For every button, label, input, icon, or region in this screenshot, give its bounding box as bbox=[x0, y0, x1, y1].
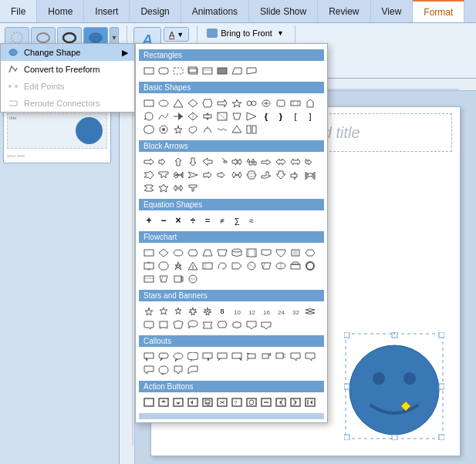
ba-26[interactable] bbox=[157, 182, 170, 194]
co-1[interactable] bbox=[142, 351, 156, 363]
star-1[interactable] bbox=[142, 305, 156, 318]
ba-4[interactable] bbox=[186, 156, 200, 168]
tab-review[interactable]: Review bbox=[318, 0, 370, 22]
tab-design[interactable]: Design bbox=[130, 0, 181, 22]
co-16[interactable] bbox=[186, 364, 200, 376]
bs-28[interactable] bbox=[186, 123, 200, 136]
eq-1[interactable]: + bbox=[142, 214, 156, 227]
star-2[interactable] bbox=[157, 305, 170, 318]
rect-2[interactable] bbox=[157, 65, 170, 77]
bs-14[interactable] bbox=[157, 110, 170, 123]
rect-6[interactable] bbox=[215, 65, 229, 77]
fc-17[interactable] bbox=[201, 260, 214, 272]
bs-12[interactable] bbox=[303, 97, 317, 109]
banner-10[interactable] bbox=[259, 318, 273, 331]
ab-4[interactable] bbox=[186, 396, 200, 409]
bs-10[interactable] bbox=[274, 97, 288, 109]
fc-1[interactable] bbox=[142, 247, 156, 259]
fc-5[interactable] bbox=[201, 247, 214, 259]
co-12[interactable] bbox=[303, 351, 317, 363]
co-8[interactable] bbox=[245, 351, 258, 363]
bs-13[interactable] bbox=[142, 110, 156, 123]
bs-18[interactable] bbox=[215, 110, 229, 123]
ab-12[interactable] bbox=[303, 396, 317, 409]
ab-3[interactable] bbox=[171, 396, 185, 409]
tab-home[interactable]: Home bbox=[37, 0, 84, 22]
bs-5[interactable] bbox=[201, 97, 214, 109]
fc-3[interactable] bbox=[171, 247, 185, 259]
bs-7[interactable] bbox=[230, 97, 244, 109]
bs-8[interactable] bbox=[245, 97, 258, 109]
banner-7[interactable] bbox=[215, 318, 229, 331]
ba-8[interactable] bbox=[245, 156, 258, 168]
co-15[interactable] bbox=[171, 364, 185, 376]
ab-5[interactable] bbox=[201, 396, 214, 409]
star-11[interactable]: 32 bbox=[289, 305, 302, 318]
banner-4[interactable] bbox=[171, 318, 185, 331]
bs-20[interactable] bbox=[245, 110, 258, 123]
bs-25[interactable] bbox=[142, 123, 156, 136]
ba-19[interactable] bbox=[230, 169, 244, 181]
star-7[interactable]: 10 bbox=[230, 305, 244, 318]
ba-12[interactable] bbox=[303, 156, 317, 168]
fc-28[interactable] bbox=[186, 273, 200, 285]
fc-10[interactable] bbox=[274, 247, 288, 259]
bs-16[interactable] bbox=[186, 110, 200, 123]
ab-10[interactable] bbox=[274, 396, 288, 409]
bs-4[interactable] bbox=[186, 97, 200, 109]
eq-4[interactable]: ÷ bbox=[186, 214, 200, 227]
co-14[interactable] bbox=[157, 364, 170, 376]
co-3[interactable] bbox=[171, 351, 185, 363]
bs-9[interactable] bbox=[259, 97, 273, 109]
ab-8[interactable] bbox=[245, 396, 258, 409]
co-9[interactable] bbox=[259, 351, 273, 363]
eq-6[interactable]: ≠ bbox=[215, 214, 229, 227]
fc-22[interactable] bbox=[274, 260, 288, 272]
fc-16[interactable] bbox=[186, 260, 200, 272]
star-6[interactable]: 8 bbox=[215, 305, 229, 318]
banner-5[interactable] bbox=[186, 318, 200, 331]
fc-11[interactable] bbox=[289, 247, 302, 259]
co-13[interactable] bbox=[142, 364, 156, 376]
rect-4[interactable] bbox=[186, 65, 200, 77]
ba-20[interactable] bbox=[245, 169, 258, 181]
bs-11[interactable] bbox=[289, 97, 302, 109]
rect-3[interactable] bbox=[171, 65, 185, 77]
ba-2[interactable] bbox=[157, 156, 170, 168]
fc-13[interactable] bbox=[142, 260, 156, 272]
star-9[interactable]: 16 bbox=[259, 305, 273, 318]
context-change-shape[interactable]: Change Shape ▶ bbox=[1, 44, 134, 61]
banner-9[interactable] bbox=[245, 318, 258, 331]
star-3[interactable] bbox=[171, 305, 185, 318]
fc-25[interactable] bbox=[142, 273, 156, 285]
co-11[interactable] bbox=[289, 351, 302, 363]
ba-25[interactable] bbox=[142, 182, 156, 194]
fc-19[interactable] bbox=[230, 260, 244, 272]
ba-15[interactable] bbox=[171, 169, 185, 181]
bs-30[interactable] bbox=[215, 123, 229, 136]
eq-8[interactable]: ≈ bbox=[245, 214, 258, 227]
bs-27[interactable] bbox=[171, 123, 185, 136]
slide-shape-ellipse[interactable] bbox=[344, 332, 444, 440]
ba-14[interactable] bbox=[157, 169, 170, 181]
bs-22[interactable]: } bbox=[274, 110, 288, 123]
banner-1[interactable] bbox=[303, 305, 317, 318]
ba-7[interactable] bbox=[230, 156, 244, 168]
ba-6[interactable] bbox=[215, 156, 229, 168]
ba-28[interactable] bbox=[186, 182, 200, 194]
ba-5[interactable] bbox=[201, 156, 214, 168]
rect-8[interactable] bbox=[245, 65, 258, 77]
tab-view[interactable]: View bbox=[371, 0, 414, 22]
bs-17[interactable] bbox=[201, 110, 214, 123]
banner-8[interactable] bbox=[230, 318, 244, 331]
bring-to-front-btn[interactable]: Bring to Front ▼ bbox=[202, 25, 289, 40]
co-5[interactable] bbox=[201, 351, 214, 363]
ba-22[interactable] bbox=[274, 169, 288, 181]
text-fill-btn[interactable]: A ▼ bbox=[164, 27, 189, 42]
bs-23[interactable]: [ bbox=[289, 110, 302, 123]
ba-10[interactable] bbox=[274, 156, 288, 168]
bs-21[interactable]: { bbox=[259, 110, 273, 123]
ba-24[interactable] bbox=[303, 169, 317, 181]
fc-26[interactable] bbox=[157, 273, 170, 285]
fc-23[interactable] bbox=[289, 260, 302, 272]
